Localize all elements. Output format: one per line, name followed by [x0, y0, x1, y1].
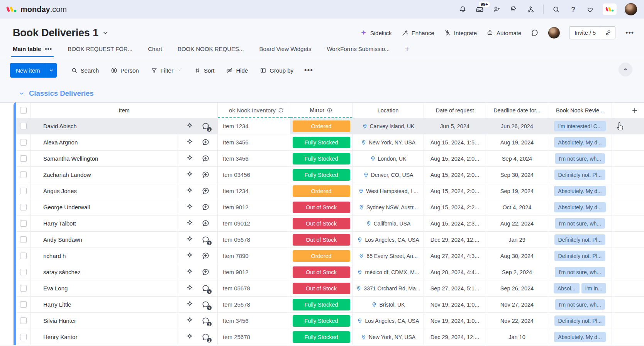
deadline-cell[interactable]: Jun 26, 2024: [486, 118, 548, 134]
review-chip[interactable]: Definitely not. Pl...: [554, 315, 606, 326]
group-collapse-chevron-icon[interactable]: [19, 90, 25, 97]
review-chip[interactable]: I'm not sure, wh...: [555, 153, 605, 164]
location-cell[interactable]: méxico df, CDMX, M...: [353, 264, 424, 280]
enhance-button[interactable]: Enhance: [401, 29, 434, 37]
row-checkbox[interactable]: [20, 301, 27, 308]
add-update-icon[interactable]: [201, 154, 210, 163]
review-chip[interactable]: Absolutely. My d...: [554, 332, 605, 342]
table-row[interactable]: Harry Talbott tem 09012 Out of Stock Cal…: [0, 215, 644, 232]
ai-sparkle-icon[interactable]: [185, 121, 195, 131]
location-cell[interactable]: Bristol, UK: [353, 297, 424, 313]
review-cell[interactable]: Absol...I'm in...: [548, 280, 612, 297]
item-name-cell[interactable]: Eva Long: [31, 280, 178, 297]
copy-link-button[interactable]: [601, 27, 615, 39]
deadline-cell[interactable]: Nov 27, 2024: [486, 297, 548, 313]
add-update-icon[interactable]: [201, 137, 210, 147]
ai-sparkle-icon[interactable]: [185, 267, 195, 277]
review-chip[interactable]: I'm interested! C...: [554, 121, 605, 131]
row-checkbox[interactable]: [20, 334, 27, 340]
row-checkbox[interactable]: [20, 139, 27, 146]
item-name-cell[interactable]: Henry Kantor: [31, 329, 178, 345]
invite-button[interactable]: Invite / 5: [569, 27, 601, 39]
monday-logo[interactable]: monday.com: [6, 5, 67, 14]
status-badge[interactable]: Out of Stock: [293, 266, 350, 278]
ai-sparkle-icon[interactable]: [185, 170, 195, 180]
row-checkbox[interactable]: [20, 155, 27, 162]
row-checkbox[interactable]: [20, 236, 27, 243]
new-item-dropdown[interactable]: [46, 63, 57, 78]
filter-button[interactable]: Filter: [147, 64, 186, 77]
status-badge[interactable]: Fully Stocked: [293, 331, 350, 343]
table-row[interactable]: Zachariah Landow tem 03456 Fully Stocked…: [0, 167, 644, 183]
apps-marketplace-icon[interactable]: [509, 5, 518, 14]
chat-bubble-icon[interactable]: 1: [201, 316, 210, 326]
toolbar-more-menu[interactable]: •••: [301, 66, 316, 75]
inventory-cell[interactable]: Item 9012: [218, 264, 290, 280]
person-button[interactable]: Person: [107, 64, 143, 77]
review-cell[interactable]: Definitely not. Pl...: [548, 313, 612, 329]
inbox-icon[interactable]: 99+: [475, 5, 484, 14]
review-cell[interactable]: Absolutely. My d...: [548, 199, 612, 215]
item-name-cell[interactable]: Angus Jones: [31, 183, 178, 199]
add-update-icon[interactable]: [201, 251, 210, 261]
location-cell[interactable]: West Hampstead, L...: [353, 183, 424, 199]
deadline-cell[interactable]: Sep 26, 2024: [486, 280, 548, 297]
review-chip[interactable]: I'm in...: [581, 283, 607, 293]
column-header-location[interactable]: Location: [353, 103, 424, 118]
deadline-cell[interactable]: Aug 22, 2024: [486, 215, 548, 232]
review-chip[interactable]: I'm not sure, wh...: [555, 218, 605, 229]
inventory-cell[interactable]: Item 7890: [218, 248, 290, 264]
date-of-request-cell[interactable]: Dec 29, 2024, 12:...: [424, 232, 486, 248]
tab--[interactable]: +: [405, 45, 409, 57]
board-title-chevron-down-icon[interactable]: [102, 29, 109, 37]
search-button[interactable]: Search: [67, 64, 103, 77]
status-badge[interactable]: Ordered: [293, 250, 350, 262]
table-row[interactable]: Angus Jones Item 1234 Ordered West Hamps…: [0, 183, 644, 199]
add-column-button[interactable]: [612, 103, 644, 118]
status-badge[interactable]: Ordered: [293, 185, 350, 197]
row-checkbox[interactable]: [20, 220, 27, 227]
tab-chart[interactable]: Chart: [148, 46, 162, 57]
monday-home-icon[interactable]: [603, 3, 617, 15]
tab-workforms-submissio-[interactable]: WorkForms Submissio...: [327, 46, 390, 57]
row-checkbox[interactable]: [20, 253, 27, 259]
date-of-request-cell[interactable]: Nov 19, 2024, 1:0...: [424, 313, 486, 329]
item-name-cell[interactable]: Silvia Hunter: [31, 313, 178, 329]
bell-icon[interactable]: [458, 5, 467, 14]
item-name-cell[interactable]: Alexa Argnon: [31, 134, 178, 151]
review-chip[interactable]: I'm not sure, wh...: [555, 267, 605, 277]
ai-sparkle-icon[interactable]: [185, 332, 195, 342]
tab-menu-icon[interactable]: •••: [45, 46, 52, 52]
review-chip[interactable]: Absolutely. My d...: [554, 137, 605, 148]
location-cell[interactable]: New York, NY, USA: [353, 134, 424, 151]
row-checkbox[interactable]: [20, 285, 27, 292]
table-row[interactable]: Henry Kantor 1 tem 25678 Fully Stocked N…: [0, 329, 644, 345]
board-more-menu[interactable]: •••: [625, 29, 635, 37]
ai-sparkle-icon[interactable]: [185, 300, 195, 309]
status-badge[interactable]: Fully Stocked: [293, 169, 350, 181]
table-row[interactable]: Samantha Wellington Item 3456 Fully Stoc…: [0, 151, 644, 167]
status-badge[interactable]: Out of Stock: [293, 202, 350, 213]
table-row[interactable]: richard h Item 7890 Ordered 65 Every Str…: [0, 248, 644, 264]
tab-book-nook-reques-[interactable]: BOOK NOOK REQUES...: [178, 46, 244, 57]
row-checkbox[interactable]: [20, 269, 27, 275]
deadline-cell[interactable]: Jan 10: [486, 329, 548, 345]
hide-button[interactable]: Hide: [222, 64, 252, 77]
item-name-cell[interactable]: George Underwall: [31, 199, 178, 215]
table-row[interactable]: Eva Long 1 tem 05678 Out of Stock 3371 O…: [0, 280, 644, 297]
deadline-cell[interactable]: Aug 30, 2024: [486, 248, 548, 264]
info-icon[interactable]: [278, 107, 284, 113]
deadline-cell[interactable]: Jan 29: [486, 232, 548, 248]
ai-sparkle-icon[interactable]: [185, 219, 195, 228]
status-badge[interactable]: Fully Stocked: [293, 315, 350, 327]
deadline-cell[interactable]: Sep 4, 2024: [486, 151, 548, 167]
location-cell[interactable]: California, USA: [353, 215, 424, 232]
ai-sparkle-icon[interactable]: [185, 154, 195, 163]
invite-members-icon[interactable]: [492, 5, 501, 14]
date-of-request-cell[interactable]: Dec 29, 2024, 12:...: [424, 329, 486, 345]
date-of-request-cell[interactable]: Aug 15, 2024, 2:0...: [424, 151, 486, 167]
tab-board-view-widgets[interactable]: Board View Widgets: [259, 46, 312, 57]
date-of-request-cell[interactable]: Jun 5, 2024: [424, 118, 486, 134]
search-icon[interactable]: [552, 5, 561, 14]
status-badge[interactable]: Fully Stocked: [293, 137, 350, 148]
